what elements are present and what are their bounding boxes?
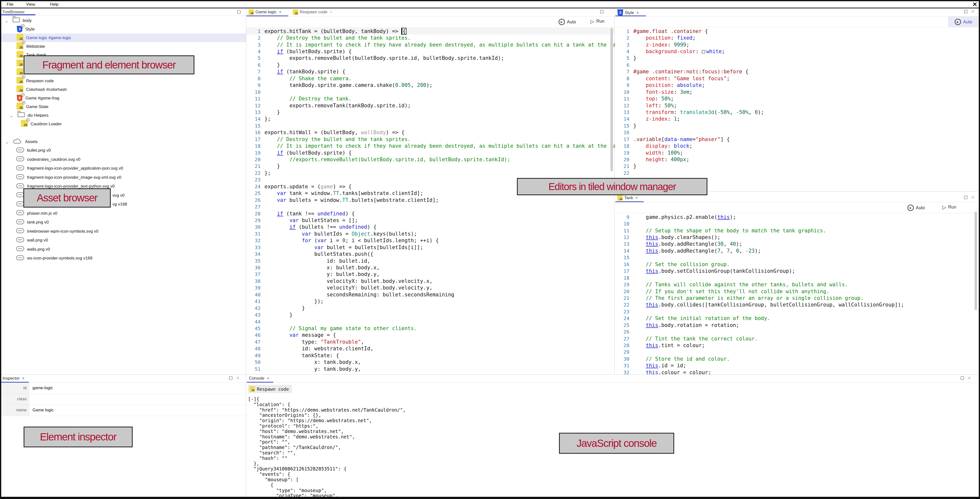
run-button[interactable]: ▷Run (590, 19, 604, 24)
token: = (692, 136, 695, 142)
code-area[interactable]: 1#game.float .container {2 position: fix… (615, 28, 978, 177)
code-text: if (bulletBody.sprite) { (264, 48, 352, 54)
window-close-icon[interactable]: ✕ (972, 1, 977, 8)
caret-down-icon[interactable]: ⌄ (5, 140, 10, 143)
vertical-scrollbar-thumb[interactable] (611, 28, 613, 171)
auto-button[interactable]: ▶Auto (907, 204, 925, 211)
tab-game-logic[interactable]: Game logic× (248, 10, 281, 15)
caret-down-icon[interactable]: ⌄ (5, 19, 10, 22)
asset-item[interactable]: fragment-logo-icon-provider_application-… (1, 164, 246, 173)
run-button[interactable]: ▷Run (942, 204, 956, 210)
tab-respawn-code[interactable]: Respawn code× (293, 10, 332, 15)
inspector-field-value[interactable]: game-logic (32, 386, 53, 391)
tab-tank[interactable]: Tank× (617, 195, 638, 201)
code-text: this.id = id; (633, 363, 686, 368)
tree-item-label: body (23, 18, 32, 23)
asset-item[interactable]: ws-icon-provider-symbols.svg v169 (1, 254, 246, 263)
asset-item[interactable]: treebrowser-wpm-icon-symbols.svg v0 (1, 227, 246, 236)
maximize-icon[interactable] (964, 196, 967, 199)
close-icon[interactable]: ✕ (236, 376, 240, 380)
tree-item-icon-wrap (13, 18, 20, 24)
token: var (314, 244, 323, 250)
console-output-line: }, (248, 461, 406, 466)
console-source-chip[interactable]: Respawn code (248, 385, 292, 393)
tab-inspector[interactable]: Inspector× (2, 376, 24, 381)
close-icon[interactable]: × (330, 10, 332, 14)
auto-button[interactable]: ▶Auto (955, 19, 972, 25)
token: translate3d (680, 109, 714, 115)
inspector-field-value[interactable]: Game logic (32, 408, 54, 413)
run-badge-icon: ▶ (22, 41, 25, 44)
token: (bulletBody.sprite) { (283, 150, 352, 156)
maximize-icon[interactable] (964, 10, 967, 13)
code-line: 16 // Set the collision group. (615, 261, 978, 268)
asset-item[interactable]: tank.png v0 (1, 218, 246, 227)
css-icon: 3 (617, 10, 623, 16)
close-icon[interactable]: ✕ (971, 196, 975, 199)
console-output-line: "href": "https://demo.webstrates.net/Tan… (248, 407, 406, 413)
asset-icon (16, 192, 24, 199)
close-icon[interactable]: × (22, 376, 24, 381)
code-area[interactable]: 1exports.hitTank = (bulletBody, tankBody… (246, 28, 614, 372)
line-number: 10 (615, 221, 633, 227)
console-output[interactable]: [-]{ "location": { "href": "https://demo… (248, 396, 406, 499)
auto-button[interactable]: ▶Auto (558, 19, 576, 25)
code-line: 2 // Destroy the bullet and the tank spr… (246, 35, 614, 41)
token: : (671, 82, 677, 88)
code-text: // Set the initial rotation of the body. (633, 316, 770, 321)
close-icon[interactable]: ✕ (971, 10, 975, 13)
asset-item-label-tail: svg v0 (113, 193, 124, 198)
tree-item[interactable]: ▶Game State (1, 102, 246, 111)
line-number: 31 (615, 363, 633, 368)
asset-item[interactable]: fragment-logo-icon-provider_image-svg-xm… (1, 173, 246, 182)
line-number: 26 (246, 197, 264, 203)
tree-item-label: Game State (26, 104, 48, 109)
menu-help[interactable]: Help (50, 2, 59, 7)
line-number: 11 (615, 228, 633, 234)
code-line: 11 // Setup the shape of the body to mat… (615, 227, 978, 234)
code-text: exports.removeTank(tankBody.sprite.id); (264, 103, 410, 108)
tree-item[interactable]: 3▶Style (1, 25, 246, 33)
tree-item[interactable]: ⌄body (1, 16, 246, 25)
vertical-scrollbar-thumb[interactable] (975, 212, 977, 310)
code-line: 30 if (bullets !== undefined) { (246, 224, 614, 230)
close-icon[interactable]: × (636, 196, 638, 200)
tree-item[interactable]: Game logic #game-logic (1, 33, 246, 42)
maximize-icon[interactable] (961, 376, 964, 380)
token (633, 109, 646, 115)
token (264, 238, 302, 244)
close-icon[interactable]: × (267, 376, 269, 381)
tab-style[interactable]: 3Style× (617, 10, 639, 16)
token: ; (686, 156, 689, 163)
code-text: // It is important to check if they have… (264, 42, 641, 48)
tree-item[interactable]: Colorhash #colorhash (1, 85, 246, 94)
token: this (646, 241, 659, 247)
token: , (721, 248, 727, 254)
tree-item[interactable]: ▶Cauldron Loader (1, 120, 246, 128)
menu-view[interactable]: View (26, 2, 35, 7)
maximize-icon[interactable] (237, 10, 241, 14)
close-icon[interactable]: × (279, 10, 281, 14)
maximize-icon[interactable] (229, 376, 232, 380)
tab-console[interactable]: Console× (249, 376, 269, 381)
close-icon[interactable]: × (636, 11, 639, 15)
close-icon[interactable]: ✕ (967, 376, 971, 380)
token: ); (736, 241, 742, 247)
maximize-icon[interactable] (600, 10, 603, 13)
tree-item[interactable]: ⌄Assets (1, 137, 246, 146)
tree-item[interactable]: ⌄div Helpers (1, 111, 246, 120)
tree-item[interactable]: 5▶Game #game-frag (1, 94, 246, 102)
token: } (633, 55, 636, 61)
menu-file[interactable]: File (6, 2, 13, 7)
token: if (277, 150, 283, 156)
code-text: y: tank.body.y, (264, 366, 361, 372)
code-area[interactable]: 9 game.physics.p2.enable(this);1011 // S… (615, 214, 978, 383)
tree-item[interactable]: ▶Respawn code (1, 77, 246, 85)
asset-item[interactable]: phaser.min.js v0 (1, 209, 246, 218)
caret-down-icon[interactable]: ⌄ (10, 114, 15, 117)
asset-item[interactable]: codestrates_cauldron.svg v0 (1, 155, 246, 164)
asset-item[interactable]: bullet.png v0 (1, 146, 246, 155)
tree-item[interactable]: ▶Webstrate (1, 42, 246, 51)
asset-item[interactable]: walls.png v0 (1, 245, 246, 254)
asset-item[interactable]: wall.png v0 (1, 236, 246, 245)
